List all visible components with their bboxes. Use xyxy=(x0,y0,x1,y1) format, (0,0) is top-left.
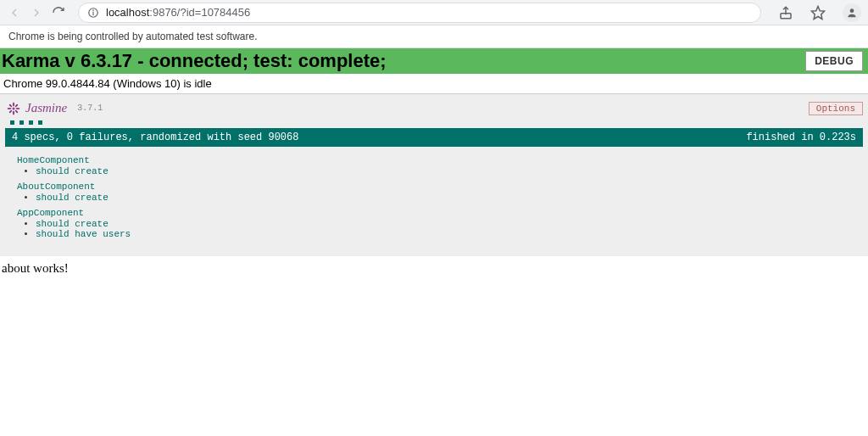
reload-icon[interactable] xyxy=(51,5,66,20)
forward-icon[interactable] xyxy=(29,5,44,20)
spec-suite: AppComponentshould createshould have use… xyxy=(17,208,858,239)
svg-point-8 xyxy=(13,110,14,115)
spec-dot[interactable] xyxy=(29,120,33,125)
spec-item[interactable]: should create xyxy=(36,219,858,229)
spec-item-list: should create xyxy=(17,166,858,176)
spec-dot[interactable] xyxy=(38,120,42,125)
browser-toolbar: localhost:9876/?id=10784456 xyxy=(0,0,868,25)
jasmine-header: Jasmine 3.7.1 Options xyxy=(5,99,863,120)
suite-name[interactable]: AboutComponent xyxy=(17,182,858,192)
bookmark-star-icon[interactable] xyxy=(810,5,826,20)
url-host: localhost xyxy=(106,6,149,19)
url-rest: :9876/?id=10784456 xyxy=(149,6,250,19)
svg-point-5 xyxy=(850,8,854,13)
svg-point-11 xyxy=(8,103,13,108)
spec-item[interactable]: should have users xyxy=(36,229,858,239)
share-icon[interactable] xyxy=(778,5,793,20)
svg-point-6 xyxy=(13,107,15,109)
spec-dot[interactable] xyxy=(10,120,14,125)
finished-time: finished in 0.223s xyxy=(746,131,856,143)
suite-name[interactable]: HomeComponent xyxy=(17,155,858,165)
svg-point-2 xyxy=(93,9,94,10)
svg-point-12 xyxy=(14,109,19,114)
debug-button[interactable]: DEBUG xyxy=(805,51,863,71)
back-icon[interactable] xyxy=(7,5,22,20)
karma-title: Karma v 6.3.17 - connected; test: comple… xyxy=(2,50,387,72)
svg-point-10 xyxy=(16,107,20,109)
svg-point-14 xyxy=(8,109,13,114)
app-output: about works! xyxy=(0,256,868,281)
jasmine-logo-icon xyxy=(7,102,20,115)
jasmine-panel: Jasmine 3.7.1 Options 4 specs, 0 failure… xyxy=(0,94,868,256)
jasmine-version: 3.7.1 xyxy=(77,103,103,113)
spec-dot[interactable] xyxy=(19,120,24,125)
spec-item[interactable]: should create xyxy=(36,166,858,176)
result-bar: 4 specs, 0 failures, randomized with see… xyxy=(5,128,863,147)
site-info-icon[interactable] xyxy=(87,7,99,19)
karma-banner: Karma v 6.3.17 - connected; test: comple… xyxy=(0,48,868,74)
suite-name[interactable]: AppComponent xyxy=(17,208,858,218)
jasmine-brand: Jasmine 3.7.1 xyxy=(7,101,103,115)
jasmine-name: Jasmine xyxy=(25,101,67,115)
spec-item-list: should createshould have users xyxy=(17,219,858,239)
url-bar[interactable]: localhost:9876/?id=10784456 xyxy=(78,3,761,23)
spec-list: HomeComponentshould createAboutComponent… xyxy=(5,147,863,248)
svg-marker-4 xyxy=(812,6,825,19)
profile-avatar-icon[interactable] xyxy=(843,3,861,22)
svg-point-7 xyxy=(13,102,14,106)
result-summary[interactable]: 4 specs, 0 failures, randomized with see… xyxy=(12,131,298,143)
options-button[interactable]: Options xyxy=(809,102,863,115)
browser-status: Chrome 99.0.4844.84 (Windows 10) is idle xyxy=(0,74,868,94)
spec-item[interactable]: should create xyxy=(36,193,858,203)
svg-point-13 xyxy=(14,103,19,108)
spec-suite: HomeComponentshould create xyxy=(17,155,858,176)
spec-dots xyxy=(5,120,863,128)
svg-point-9 xyxy=(8,107,12,109)
spec-item-list: should create xyxy=(17,193,858,203)
spec-suite: AboutComponentshould create xyxy=(17,182,858,203)
automation-banner: Chrome is being controlled by automated … xyxy=(0,25,868,48)
